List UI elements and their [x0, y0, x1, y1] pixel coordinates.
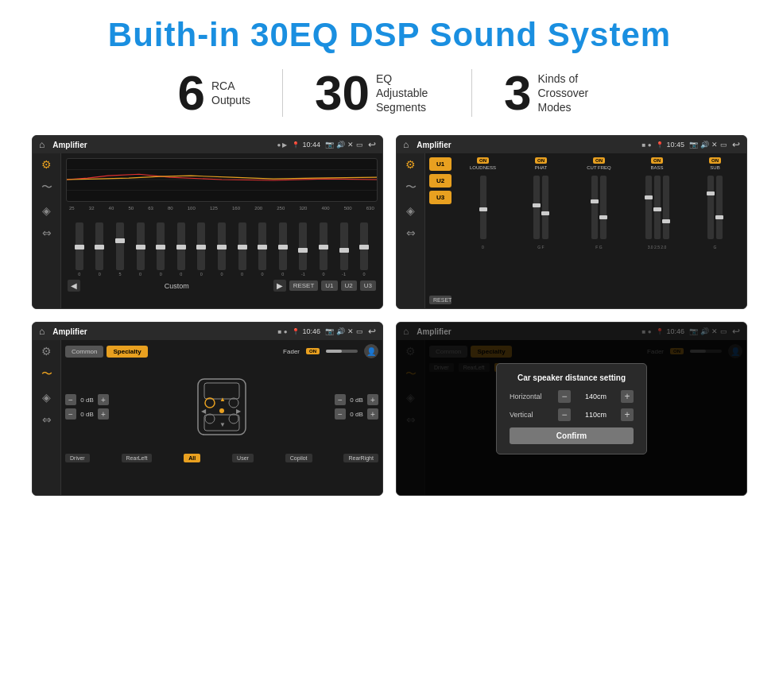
copilot-button[interactable]: Copilot	[285, 454, 312, 462]
modal-horizontal-minus[interactable]: −	[558, 390, 571, 403]
cs-specialty-tab[interactable]: Specialty	[107, 346, 147, 358]
screen-amplifier: ⌂ Amplifier ■ ● 📍 10:45 📷 🔊 ✕ ▭ ↩ ⚙	[396, 135, 747, 309]
eq-track-3[interactable]	[137, 222, 145, 270]
avatar-icon[interactable]: 👤	[364, 344, 378, 358]
loudness-slider[interactable]	[480, 176, 486, 239]
cs-right-db-val-1: 0 dB	[347, 396, 366, 404]
eq-track-14[interactable]	[360, 222, 368, 270]
eq-thumb-5[interactable]	[176, 245, 186, 249]
eq-thumb-8[interactable]	[238, 245, 247, 249]
eq-track-0[interactable]	[76, 222, 83, 270]
eq-thumb-1[interactable]	[95, 245, 104, 249]
sidebar-speaker-icon[interactable]: ◈	[42, 204, 51, 217]
status-icons-2: 📷 🔊 ✕ ▭	[689, 141, 727, 149]
bass-slider-3[interactable]	[663, 176, 669, 239]
cs-right-plus-2[interactable]: +	[367, 408, 378, 420]
home-icon-2[interactable]: ⌂	[403, 139, 409, 150]
eq-track-7[interactable]	[218, 222, 226, 270]
phat-slider-f[interactable]	[542, 176, 548, 239]
cs-right-minus-1[interactable]: −	[335, 394, 346, 405]
eq-track-10[interactable]	[279, 222, 287, 270]
cs-left-minus-2[interactable]: −	[65, 408, 76, 420]
sidebar-eq-icon-2[interactable]: ⚙	[405, 158, 416, 171]
modal-vertical-minus[interactable]: −	[558, 408, 571, 421]
stat-text-crossover: Kinds of Crossover Modes	[537, 72, 601, 115]
home-icon-3[interactable]: ⌂	[39, 326, 45, 337]
cs-right-minus-2[interactable]: −	[335, 408, 346, 420]
cutfreq-slider-g[interactable]	[600, 176, 607, 239]
sidebar-wave-icon-3[interactable]: 〜	[41, 367, 52, 381]
eq-thumb-7[interactable]	[217, 245, 227, 249]
back-icon-2[interactable]: ↩	[732, 139, 740, 150]
modal-vertical-plus[interactable]: +	[621, 408, 634, 421]
eq-track-4[interactable]	[157, 222, 165, 270]
user-button[interactable]: User	[232, 454, 254, 462]
rearright-button[interactable]: RearRight	[343, 454, 378, 462]
eq-thumb-13[interactable]	[339, 248, 349, 253]
cutfreq-slider-f[interactable]	[591, 176, 598, 239]
cs-left-plus-2[interactable]: +	[98, 408, 109, 420]
sub-slider-1[interactable]	[707, 176, 714, 239]
sidebar-speaker-icon-3[interactable]: ◈	[42, 391, 51, 404]
sidebar-speaker-icon-2[interactable]: ◈	[406, 204, 415, 217]
eq-thumb-12[interactable]	[319, 245, 328, 249]
eq-thumb-14[interactable]	[359, 245, 369, 249]
back-icon-1[interactable]: ↩	[368, 139, 376, 150]
confirm-button[interactable]: Confirm	[510, 427, 634, 444]
modal-horizontal-plus[interactable]: +	[621, 390, 634, 403]
eq-u2-button[interactable]: U2	[341, 280, 357, 291]
cs-common-tab[interactable]: Common	[65, 346, 103, 358]
cs-left-db-row1: − 0 dB +	[65, 394, 109, 405]
all-button[interactable]: All	[184, 454, 200, 462]
amp-reset-button[interactable]: RESET	[429, 296, 452, 304]
eq-thumb-3[interactable]	[136, 245, 145, 249]
back-icon-3[interactable]: ↩	[368, 326, 376, 337]
eq-track-13[interactable]	[340, 222, 348, 270]
sidebar-arrows-icon[interactable]: ⇔	[42, 226, 52, 239]
sidebar-wave-icon-2[interactable]: 〜	[405, 180, 417, 195]
eq-track-1[interactable]	[95, 222, 103, 270]
amp-u3-button[interactable]: U3	[429, 191, 452, 204]
cs-left-minus-1[interactable]: −	[65, 394, 76, 405]
bass-slider-1[interactable]	[645, 176, 652, 239]
phat-slider-g[interactable]	[533, 176, 540, 239]
fader-label: Fader	[283, 348, 300, 355]
sidebar-wave-icon[interactable]: 〜	[41, 180, 52, 195]
cs-right-plus-1[interactable]: +	[367, 394, 378, 405]
eq-track-9[interactable]	[258, 222, 266, 270]
sub-slider-2[interactable]	[716, 176, 723, 239]
cs-left-plus-1[interactable]: +	[98, 394, 109, 405]
rearleft-button[interactable]: RearLeft	[122, 454, 153, 462]
home-icon[interactable]: ⌂	[39, 139, 45, 150]
eq-thumb-2[interactable]	[115, 238, 125, 243]
driver-button[interactable]: Driver	[65, 454, 90, 462]
eq-slider-0: 0	[69, 222, 90, 277]
eq-thumb-9[interactable]	[258, 245, 267, 249]
eq-track-11[interactable]	[299, 222, 307, 270]
sidebar-eq-icon-3[interactable]: ⚙	[41, 345, 52, 358]
eq-thumb-4[interactable]	[156, 245, 165, 249]
eq-track-12[interactable]	[320, 222, 327, 270]
eq-thumb-11[interactable]	[298, 248, 308, 253]
eq-prev-button[interactable]: ◀	[68, 280, 80, 292]
eq-thumb-0[interactable]	[75, 245, 84, 249]
eq-next-button[interactable]: ▶	[273, 280, 286, 292]
eq-u3-button[interactable]: U3	[360, 280, 376, 291]
eq-track-5[interactable]	[177, 222, 185, 270]
amp-phat: ON PHAT G F	[514, 157, 568, 304]
amp-u1-button[interactable]: U1	[429, 157, 452, 171]
sidebar-arrows-icon-3[interactable]: ⇔	[42, 413, 52, 426]
eq-track-6[interactable]	[197, 222, 205, 270]
fader-track[interactable]	[326, 350, 358, 353]
sidebar-arrows-icon-2[interactable]: ⇔	[406, 226, 416, 239]
eq-track-8[interactable]	[238, 222, 246, 270]
eq-thumb-6[interactable]	[196, 245, 206, 249]
eq-track-2[interactable]	[116, 222, 124, 270]
eq-u1-button[interactable]: U1	[321, 280, 337, 291]
eq-thumb-10[interactable]	[278, 245, 288, 249]
sidebar-eq-icon[interactable]: ⚙	[41, 158, 52, 171]
amp-u2-button[interactable]: U2	[429, 174, 452, 188]
eq-reset-button[interactable]: RESET	[289, 280, 319, 291]
eq-slider-1: 0	[90, 222, 110, 277]
bass-slider-2[interactable]	[654, 176, 661, 239]
